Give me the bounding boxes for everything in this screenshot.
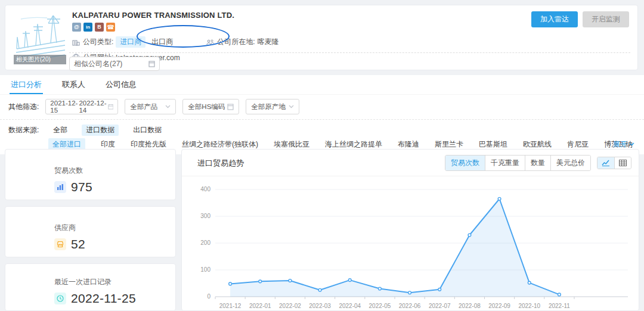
hs-code-select[interactable]: 全部HS编码 [182, 99, 239, 114]
svg-text:2022-01: 2022-01 [249, 303, 271, 309]
stat-label: 供应商 [54, 223, 175, 233]
stat-card-suppliers: 供应商 52 [5, 206, 176, 257]
tab-company-info[interactable]: 公司信息 [106, 75, 137, 94]
sub-option[interactable]: 丝绸之路经济带(独联体) [182, 139, 258, 150]
tab-import-analysis[interactable]: 进口分析 [11, 75, 42, 94]
svg-text:2022-07: 2022-07 [429, 303, 451, 309]
origin-select[interactable]: 全部原产地 [246, 99, 299, 114]
metric-button-group: 贸易次数 千克重量 数量 美元总价 [445, 155, 591, 171]
building-icon [72, 39, 80, 46]
metric-usd-total-button[interactable]: 美元总价 [550, 156, 590, 170]
source-option-all[interactable]: 全部 [53, 125, 67, 135]
line-chart-icon [602, 160, 610, 166]
organization-icon [206, 39, 214, 46]
metric-trade-count-button[interactable]: 贸易次数 [445, 156, 485, 170]
svg-text:300: 300 [200, 213, 210, 219]
stat-value: 975 [71, 180, 92, 194]
tab-contacts[interactable]: 联系人 [62, 75, 85, 94]
sub-option[interactable]: 布隆迪 [398, 139, 419, 150]
svg-text:0: 0 [207, 293, 210, 300]
svg-text:200: 200 [200, 240, 210, 246]
svg-text:2022-11: 2022-11 [549, 303, 570, 309]
join-radar-button[interactable]: 加入雷达 [531, 11, 578, 27]
filter-row: 其他筛选: 2021-12-15 2022-12-14 全部产品 全部HS编码 … [8, 99, 644, 114]
expand-link[interactable]: 展开 [613, 139, 634, 150]
stat-value: 2022-11-25 [71, 291, 136, 306]
window-icon [227, 104, 234, 110]
bar-chart-icon [54, 181, 66, 193]
sub-option[interactable]: 欧亚航线 [523, 139, 552, 150]
company-type-import: 进口商 [116, 36, 145, 48]
chevron-down-icon [165, 105, 171, 108]
similar-companies-select[interactable]: 相似公司名(27) [69, 57, 160, 71]
sub-option[interactable]: 肯尼亚 [567, 139, 589, 150]
svg-text:2022-05: 2022-05 [369, 303, 391, 309]
blog-icon[interactable]: B [95, 23, 104, 32]
website-icon[interactable]: @ [72, 23, 81, 32]
thumbnail-caption: 相关图片(20) [14, 55, 66, 64]
company-type-export: 出口商 [151, 37, 173, 47]
svg-text:2022-06: 2022-06 [399, 303, 421, 309]
filter-label: 其他筛选: [8, 102, 39, 112]
tab-bar: 进口分析 联系人 公司信息 [0, 75, 644, 95]
header-dashed-divider [69, 52, 630, 53]
sub-option[interactable]: 印度抢先版 [131, 139, 166, 150]
filter-dashed-divider [0, 119, 644, 120]
svg-text:2021-12: 2021-12 [219, 303, 242, 309]
stat-card-trade-count: 贸易次数 975 [5, 149, 176, 200]
table-icon [619, 160, 627, 166]
svg-text:2022-02: 2022-02 [279, 303, 301, 309]
metric-quantity-button[interactable]: 数量 [525, 156, 550, 170]
stat-label: 贸易次数 [54, 166, 175, 176]
svg-text:2022-10: 2022-10 [518, 303, 540, 309]
calendar-icon [108, 103, 114, 110]
stat-label: 最近一次进口记录 [54, 277, 175, 287]
trend-line-chart: 01002003004002021-122022-012022-022022-0… [188, 180, 631, 311]
svg-text:400: 400 [200, 186, 210, 192]
date-range-picker[interactable]: 2021-12-15 2022-12-14 [45, 99, 118, 114]
date-end: 2022-12-14 [79, 99, 107, 114]
product-select-value: 全部产品 [130, 102, 157, 111]
source-option-import[interactable]: 进口数据 [82, 125, 119, 136]
data-source-row: 数据来源: 全部 进口数据 出口数据 [8, 124, 644, 136]
company-thumbnail[interactable]: 相关图片(20) [14, 12, 66, 64]
sub-option[interactable]: 海上丝绸之路提单 [325, 139, 382, 150]
svg-text:2022-09: 2022-09 [488, 303, 510, 309]
stat-card-last-import: 最近一次进口记录 2022-11-25 [5, 263, 176, 311]
clock-icon [54, 293, 66, 304]
shop-icon [54, 238, 66, 250]
analysis-section: 进口分析 联系人 公司信息 其他筛选: 2021-12-15 2022-12-1… [0, 75, 644, 154]
sub-option[interactable]: 巴基斯坦 [479, 139, 507, 150]
source-option-export[interactable]: 出口数据 [133, 125, 162, 135]
sub-option[interactable]: 埃塞俄比亚 [274, 139, 309, 150]
social-icons-row: @ in B ☎ [72, 23, 279, 32]
linkedin-icon[interactable]: in [83, 23, 92, 32]
table-view-button[interactable] [614, 157, 631, 169]
line-chart-view-button[interactable] [597, 157, 614, 169]
similar-companies-label: 相似公司名(27) [74, 59, 122, 69]
sub-option[interactable]: 斯里兰卡 [435, 139, 463, 150]
company-name: KALPATARU POWER TRANSMISSION LTD. [72, 11, 279, 20]
origin-select-value: 全部原产地 [251, 102, 286, 111]
view-toggle-group [597, 157, 631, 169]
chevron-down-icon [629, 142, 634, 146]
product-select[interactable]: 全部产品 [125, 99, 176, 114]
date-start: 2021-12-15 [50, 99, 79, 114]
company-location-label: 公司所在地: [217, 37, 255, 47]
svg-text:100: 100 [200, 266, 210, 273]
data-source-label: 数据来源: [8, 125, 39, 135]
start-monitor-button[interactable]: 开启监测 [583, 11, 629, 27]
company-header-card: 相关图片(20) KALPATARU POWER TRANSMISSION LT… [5, 5, 638, 70]
hs-code-select-value: 全部HS编码 [188, 102, 225, 111]
svg-text:2022-08: 2022-08 [459, 303, 481, 309]
sub-option[interactable]: 印度 [101, 139, 115, 150]
metric-weight-button[interactable]: 千克重量 [485, 156, 525, 170]
phone-icon[interactable]: ☎ [106, 23, 115, 32]
chevron-down-icon [289, 105, 294, 108]
window-icon [148, 61, 155, 67]
expand-label: 展开 [613, 139, 627, 150]
company-location-value: 喀麦隆 [258, 37, 279, 47]
stat-value: 52 [71, 237, 85, 251]
svg-text:2022-03: 2022-03 [309, 303, 331, 309]
company-type-label: 公司类型: [83, 37, 113, 47]
